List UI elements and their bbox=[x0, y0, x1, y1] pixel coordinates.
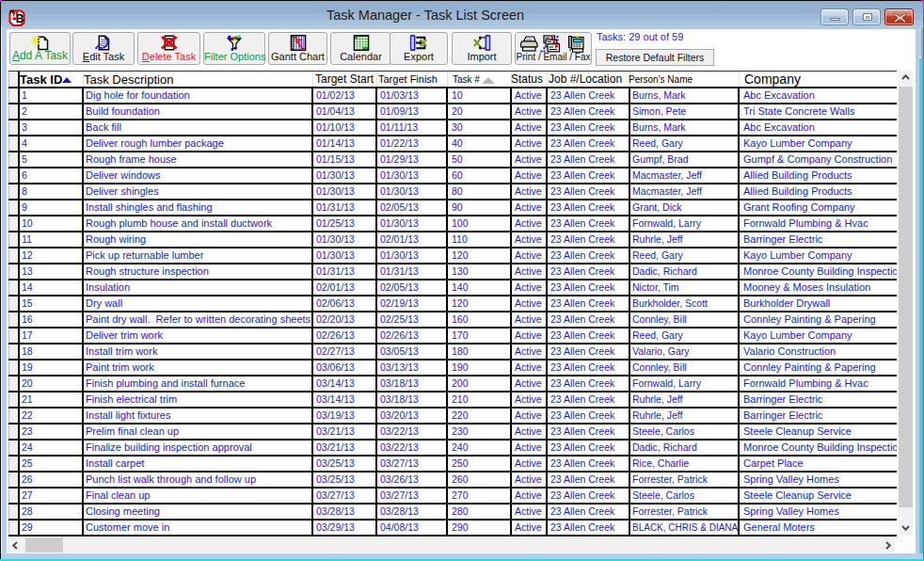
svg-text:B: B bbox=[16, 12, 24, 25]
